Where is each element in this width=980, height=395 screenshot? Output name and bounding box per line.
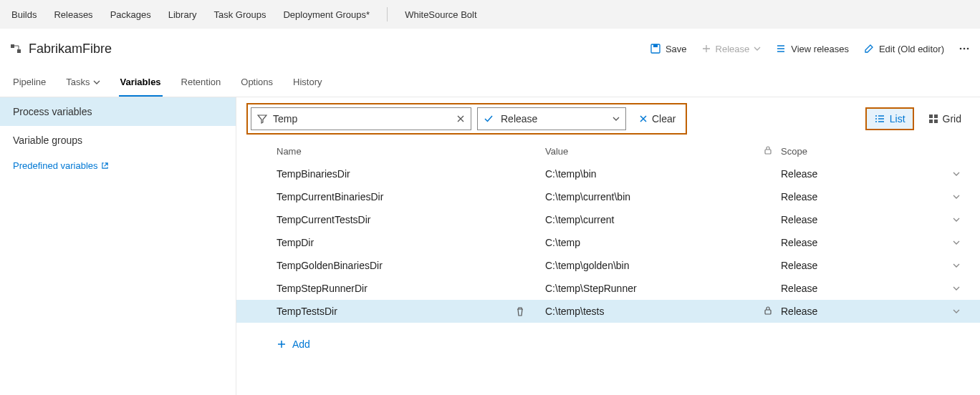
variable-scope-cell[interactable]: Release — [779, 283, 966, 294]
variable-value-cell[interactable]: C:\temp\tests — [545, 306, 756, 317]
svg-point-8 — [875, 118, 877, 120]
table-row[interactable]: TempBinariesDirC:\temp\binRelease — [236, 162, 980, 185]
nav-whitesource-bolt[interactable]: WhiteSource Bolt — [405, 9, 476, 20]
clear-input-icon[interactable] — [456, 114, 465, 123]
top-nav: Builds Releases Packages Library Task Gr… — [0, 0, 980, 29]
edit-old-editor-button[interactable]: Edit (Old editor) — [863, 43, 944, 54]
filter-name-input[interactable]: Temp — [251, 107, 471, 130]
variable-scope-cell[interactable]: Release — [779, 306, 966, 317]
chevron-down-icon — [612, 115, 620, 122]
table-row[interactable]: TempTestsDirC:\temp\testsRelease — [236, 300, 980, 323]
nav-releases[interactable]: Releases — [54, 9, 92, 20]
variable-value-cell[interactable]: C:\temp\current — [545, 214, 756, 225]
tab-retention[interactable]: Retention — [180, 69, 223, 97]
variable-scope-cell[interactable]: Release — [779, 260, 966, 271]
variable-name: TempBinariesDir — [277, 168, 350, 180]
variable-name: TempTestsDir — [277, 306, 337, 317]
variable-name-cell[interactable]: TempTestsDir — [277, 306, 545, 317]
table-row[interactable]: TempDirC:\tempRelease — [236, 231, 980, 254]
variables-toolbar: Temp Release Clear Li — [246, 97, 980, 140]
chevron-down-icon — [953, 193, 960, 200]
svg-point-7 — [875, 115, 877, 117]
more-actions-button[interactable] — [959, 43, 970, 54]
chevron-down-icon — [953, 285, 960, 292]
tab-pipeline[interactable]: Pipeline — [11, 69, 47, 97]
variables-table-body: TempBinariesDirC:\temp\binReleaseTempCur… — [236, 162, 980, 323]
variable-name: TempGoldenBinariesDir — [277, 260, 383, 271]
view-list-label: List — [890, 113, 905, 125]
tab-history[interactable]: History — [292, 69, 323, 97]
variable-name: TempDir — [277, 237, 314, 248]
view-releases-button[interactable]: View releases — [775, 43, 849, 54]
delete-icon[interactable] — [515, 306, 525, 316]
col-name-header[interactable]: Name — [277, 146, 545, 157]
clear-label: Clear — [652, 113, 676, 125]
content: Process variables Variable groups Predef… — [0, 97, 980, 395]
filter-group-highlight: Temp Release Clear — [246, 103, 687, 135]
pencil-icon — [863, 43, 875, 54]
grid-icon — [928, 114, 938, 124]
filter-icon — [257, 114, 267, 124]
clear-filters-button[interactable]: Clear — [632, 113, 683, 125]
variable-name-cell[interactable]: TempGoldenBinariesDir — [277, 260, 545, 271]
add-label: Add — [292, 338, 310, 350]
variable-name: TempCurrentTestsDir — [277, 214, 370, 225]
table-row[interactable]: TempStepRunnerDirC:\temp\StepRunnerRelea… — [236, 277, 980, 300]
table-row[interactable]: TempCurrentBinariesDirC:\temp\current\bi… — [236, 185, 980, 208]
variable-scope-cell[interactable]: Release — [779, 168, 966, 180]
predefined-variables-link[interactable]: Predefined variables — [0, 155, 236, 177]
svg-point-5 — [964, 48, 966, 50]
sidebar-item-process-variables[interactable]: Process variables — [0, 97, 236, 126]
variable-name-cell[interactable]: TempBinariesDir — [277, 168, 545, 180]
nav-builds[interactable]: Builds — [11, 9, 37, 20]
chevron-down-icon — [953, 170, 960, 177]
tab-tasks-label: Tasks — [66, 77, 90, 87]
filter-scope-dropdown[interactable]: Release — [477, 107, 626, 130]
save-button[interactable]: Save — [650, 43, 687, 54]
variable-scope-cell[interactable]: Release — [779, 214, 966, 225]
view-list-button[interactable]: List — [865, 107, 914, 130]
variable-name-cell[interactable]: TempCurrentBinariesDir — [277, 191, 545, 203]
variable-scope: Release — [781, 237, 817, 248]
nav-deployment-groups[interactable]: Deployment Groups* — [283, 9, 370, 20]
col-value-header[interactable]: Value — [545, 146, 756, 157]
nav-library[interactable]: Library — [168, 9, 197, 20]
variable-value-cell[interactable]: C:\temp\bin — [545, 168, 756, 180]
variable-name-cell[interactable]: TempCurrentTestsDir — [277, 214, 545, 225]
col-scope-header[interactable]: Scope — [779, 146, 980, 157]
svg-rect-3 — [653, 44, 658, 47]
chevron-down-icon — [953, 308, 960, 315]
list-icon — [775, 43, 787, 54]
add-variable-button[interactable]: Add — [236, 323, 980, 356]
svg-rect-15 — [765, 310, 771, 314]
nav-packages[interactable]: Packages — [110, 9, 151, 20]
list-icon — [874, 113, 885, 125]
tab-variables[interactable]: Variables — [119, 69, 163, 97]
variables-sidebar: Process variables Variable groups Predef… — [0, 97, 236, 395]
variable-scope: Release — [781, 283, 817, 294]
view-grid-button[interactable]: Grid — [920, 107, 970, 130]
nav-task-groups[interactable]: Task Groups — [213, 9, 266, 20]
variable-value-cell[interactable]: C:\temp\golden\bin — [545, 260, 756, 271]
variable-name-cell[interactable]: TempDir — [277, 237, 545, 248]
variable-scope-cell[interactable]: Release — [779, 191, 966, 203]
variable-scope: Release — [781, 260, 817, 271]
variable-name-cell[interactable]: TempStepRunnerDir — [277, 283, 545, 294]
svg-point-4 — [960, 48, 962, 50]
tab-tasks[interactable]: Tasks — [64, 69, 101, 97]
pipeline-tabs: Pipeline Tasks Variables Retention Optio… — [0, 69, 980, 97]
sidebar-item-variable-groups[interactable]: Variable groups — [0, 126, 236, 155]
variable-scope-cell[interactable]: Release — [779, 237, 966, 248]
col-lock-header — [756, 146, 779, 157]
release-button[interactable]: Release — [701, 44, 762, 54]
tab-options[interactable]: Options — [239, 69, 274, 97]
plus-icon — [701, 44, 711, 54]
variable-value-cell[interactable]: C:\temp\current\bin — [545, 191, 756, 203]
variable-value-cell[interactable]: C:\temp — [545, 237, 756, 248]
svg-rect-12 — [929, 120, 933, 123]
variable-lock-cell[interactable] — [756, 306, 779, 317]
table-row[interactable]: TempGoldenBinariesDirC:\temp\golden\binR… — [236, 254, 980, 277]
variable-value-cell[interactable]: C:\temp\StepRunner — [545, 283, 756, 294]
table-row[interactable]: TempCurrentTestsDirC:\temp\currentReleas… — [236, 208, 980, 231]
header: FabrikamFibre Save Release View releases… — [0, 29, 980, 69]
